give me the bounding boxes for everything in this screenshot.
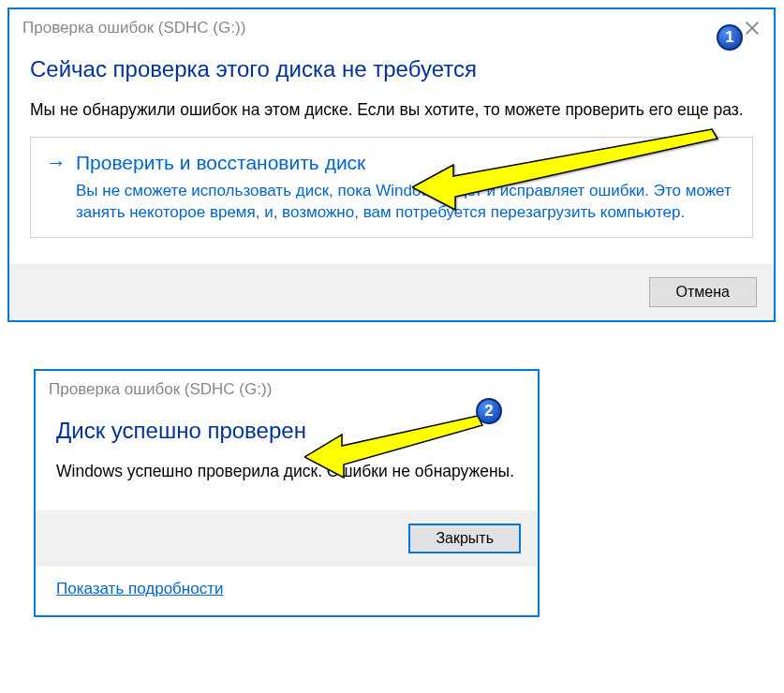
cancel-button[interactable]: Отмена xyxy=(649,277,757,307)
close-icon[interactable] xyxy=(744,20,761,37)
close-button[interactable]: Закрыть xyxy=(408,523,521,553)
dialog-heading: Сейчас проверка этого диска не требуется xyxy=(30,56,753,82)
dialog-footer: Отмена xyxy=(9,264,774,320)
error-check-dialog-1: Проверка ошибок (SDHC (G:)) Сейчас прове… xyxy=(7,7,776,322)
error-check-dialog-2: Проверка ошибок (SDHC (G:)) Диск успешно… xyxy=(34,369,540,618)
link-bar: Показать подробности xyxy=(36,567,538,615)
dialog-heading: Диск успешно проверен xyxy=(56,418,517,444)
action-title-text: Проверить и восстановить диск xyxy=(76,152,365,174)
window-title: Проверка ошибок (SDHC (G:)) xyxy=(49,380,272,399)
dialog-content: Диск успешно проверен Windows успешно пр… xyxy=(36,408,538,511)
titlebar: Проверка ошибок (SDHC (G:)) xyxy=(9,9,774,47)
annotation-badge-1: 1 xyxy=(717,24,743,51)
dialog-content: Сейчас проверка этого диска не требуется… xyxy=(9,47,774,251)
scan-repair-action[interactable]: → Проверить и восстановить диск Вы не см… xyxy=(30,137,753,238)
dialog-footer: Закрыть xyxy=(36,510,538,567)
annotation-badge-2: 2 xyxy=(476,398,502,424)
action-description: Вы не сможете использовать диск, пока Wi… xyxy=(76,181,737,224)
window-title: Проверка ошибок (SDHC (G:)) xyxy=(22,19,245,37)
dialog-body-text: Мы не обнаружили ошибок на этом диске. Е… xyxy=(30,99,753,122)
titlebar: Проверка ошибок (SDHC (G:)) xyxy=(36,371,538,408)
show-details-link[interactable]: Показать подробности xyxy=(56,580,223,597)
action-title-row: → Проверить и восстановить диск xyxy=(46,151,737,175)
arrow-right-icon: → xyxy=(46,151,67,175)
dialog-body-text: Windows успешно проверила диск. Ошибки н… xyxy=(56,461,517,483)
